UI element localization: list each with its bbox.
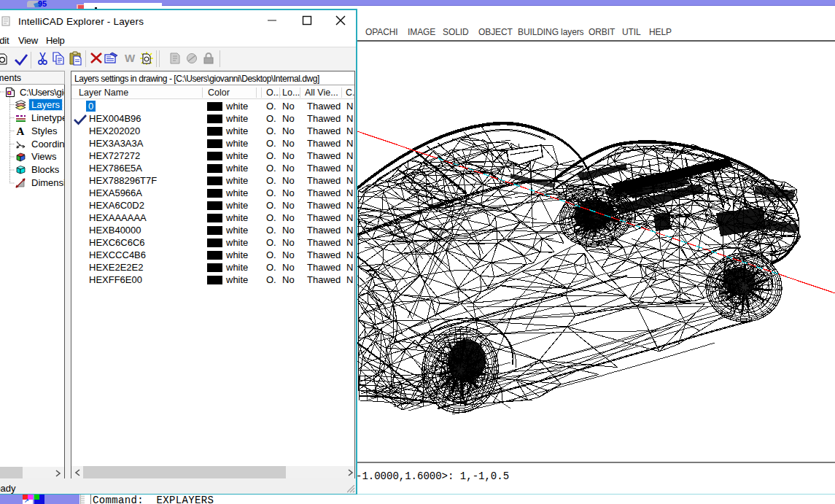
svg-text:A: A xyxy=(17,125,25,137)
